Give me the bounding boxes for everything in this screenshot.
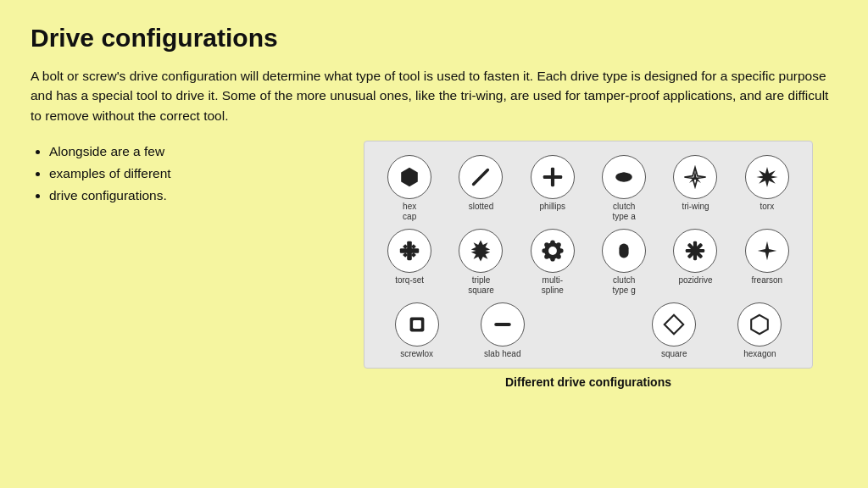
svg-marker-8 [756,167,777,187]
multi-spline-icon [531,229,575,273]
drive-type-multi-spline: multi- spline [518,229,587,296]
hex-cap-label: hex cap [403,202,416,222]
svg-point-23 [556,242,561,247]
screwlox-label: screwlox [400,349,433,359]
torq-set-label: torq-set [395,275,424,286]
hex-cap-icon [387,155,431,199]
frearson-label: frearson [751,275,782,286]
screwlox-icon [395,302,439,347]
bullet-item: Alongside are a few [49,141,319,163]
drive-image-container: hex capslottedphillipsclutch type atri-w… [364,141,813,369]
clutch-g-icon [602,229,646,273]
drive-type-slotted: slotted [446,155,515,222]
drive-type-tri-wing: tri-wing [660,155,730,222]
bullet-item: examples of different [49,163,319,185]
svg-rect-33 [413,320,421,329]
drive-grid-row2: torq-settriple squaremulti- splineclutch… [375,229,802,296]
svg-point-18 [550,240,555,245]
phillips-icon [531,155,575,199]
svg-marker-15 [471,240,490,261]
svg-point-20 [542,248,547,253]
svg-marker-36 [752,315,769,334]
hexagon-icon [737,302,782,347]
svg-rect-14 [411,252,416,258]
svg-rect-34 [494,323,511,326]
svg-line-1 [474,169,488,184]
bullet-list: Alongside are a fewexamples of different… [31,141,319,208]
triple-square-label: triple square [468,275,494,296]
svg-rect-12 [411,244,416,249]
hexagon-label: hexagon [743,349,776,359]
torx-icon [745,155,789,199]
drive-type-screwlox: screwlox [375,302,459,359]
svg-point-17 [548,247,557,255]
slab-head-icon [481,302,525,347]
slide: Drive configurations A bolt or screw's d… [0,0,868,488]
slotted-label: slotted [469,202,493,212]
svg-rect-11 [403,244,408,249]
svg-point-25 [556,254,561,259]
svg-point-21 [559,248,564,253]
clutch-g-label: clutch type g [613,275,636,296]
bullet-item: drive configurations. [49,185,319,207]
frearson-icon [745,229,789,273]
drive-grid-row1: hex capslottedphillipsclutch type atri-w… [375,155,802,222]
body-paragraph: A bolt or screw's drive configuration wi… [31,66,837,125]
tri-wing-label: tri-wing [682,202,709,212]
drive-type-square: square [632,302,716,359]
left-column: Alongside are a fewexamples of different… [31,141,319,208]
pozidrive-icon [673,229,717,273]
slab-head-label: slab head [484,349,520,359]
square-icon [652,302,696,347]
clutch-a-icon [602,155,646,199]
torq-set-icon [387,229,431,273]
drive-type-clutch-g: clutch type g [589,229,659,296]
image-caption: Different drive configurations [505,375,671,389]
drive-type-pozidrive: pozidrive [660,229,730,296]
clutch-a-label: clutch type a [613,202,636,222]
triple-square-icon [459,229,503,273]
drive-grid-row3: screwloxslab headsquarehexagon [375,302,802,359]
drive-type-torq-set: torq-set [375,229,444,296]
empty-slot [546,302,630,359]
right-column: hex capslottedphillipsclutch type atri-w… [339,141,837,389]
svg-marker-31 [758,241,776,260]
multi-spline-label: multi- spline [542,275,564,296]
torx-label: torx [760,202,774,212]
phillips-label: phillips [540,202,566,212]
svg-rect-26 [620,243,629,258]
drive-type-torx: torx [732,155,802,222]
svg-marker-35 [665,315,683,334]
svg-rect-3 [543,175,562,179]
pozidrive-label: pozidrive [678,275,712,286]
svg-rect-13 [403,252,408,258]
drive-type-slab-head: slab head [460,302,544,359]
svg-point-24 [544,254,549,259]
drive-type-frearson: frearson [732,229,802,296]
content-row: Alongside are a fewexamples of different… [31,141,837,389]
svg-point-19 [550,257,555,262]
drive-type-hex-cap: hex cap [375,155,444,222]
page-title: Drive configurations [31,24,837,53]
slotted-icon [459,155,503,199]
svg-rect-10 [400,248,419,253]
svg-marker-0 [401,168,418,186]
drive-type-hexagon: hexagon [718,302,802,359]
drive-type-triple-square: triple square [446,229,515,296]
square-label: square [661,349,687,359]
svg-point-22 [544,242,549,247]
drive-type-phillips: phillips [518,155,587,222]
tri-wing-icon [673,155,717,199]
drive-type-clutch-a: clutch type a [589,155,659,222]
svg-rect-5 [620,172,628,181]
